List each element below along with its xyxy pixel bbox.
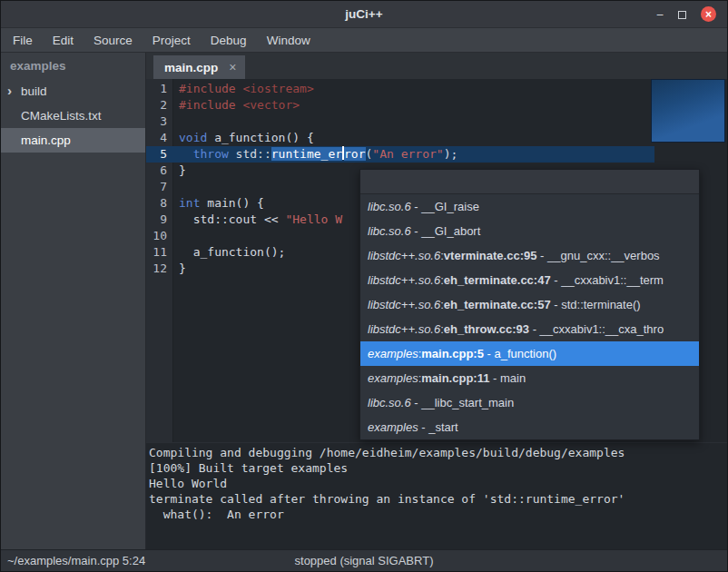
- function-name: std::terminate(): [561, 298, 640, 311]
- code-segment: void: [179, 131, 207, 144]
- chevron-right-icon[interactable]: ›: [7, 83, 12, 98]
- separator: -: [536, 249, 547, 262]
- code-segment: "An error": [372, 147, 443, 161]
- function-name: _start: [428, 420, 458, 434]
- backtrace-item[interactable]: libstdc++.so.6:vterminate.cc:95 - __gnu_…: [360, 243, 699, 268]
- status-file-position: ~/examples/main.cpp 5:24: [1, 554, 145, 567]
- code-text: }: [173, 163, 186, 179]
- file-location: eh_throw.cc:93: [444, 322, 529, 336]
- code-line: 5 throw std::runtime_error("An error");: [146, 146, 727, 163]
- code-text: [173, 179, 179, 195]
- statusbar: stopped (signal SIGABRT) ~/examples/main…: [1, 549, 727, 571]
- backtrace-item[interactable]: examples - _start: [360, 415, 699, 439]
- backtrace-item[interactable]: libc.so.6 - __GI_raise: [360, 194, 699, 219]
- tree-item-build[interactable]: ›build: [1, 79, 145, 104]
- window-title: juCi++: [345, 7, 382, 21]
- highlighted-token: runtime_er: [271, 147, 342, 161]
- code-segment: #include: [179, 82, 236, 95]
- file-tree: ›buildCMakeLists.txtmain.cpp: [1, 79, 145, 153]
- menu-window[interactable]: Window: [257, 28, 320, 52]
- popup-search-input[interactable]: [360, 170, 699, 194]
- code-segment: #include: [179, 98, 236, 112]
- module-name: examples: [368, 371, 418, 385]
- backtrace-list: libc.so.6 - __GI_raiselibc.so.6 - __GI_a…: [360, 194, 699, 439]
- tree-item-main-cpp[interactable]: main.cpp: [1, 128, 145, 153]
- module-name: libc.so.6: [368, 396, 411, 409]
- code-segment: main() {: [200, 196, 263, 210]
- tree-item-label: main.cpp: [21, 133, 71, 147]
- terminal-line: Hello World: [149, 476, 727, 491]
- menu-project[interactable]: Project: [143, 28, 201, 52]
- separator: -: [489, 371, 500, 385]
- function-name: __gnu_cxx::__verbos: [547, 249, 660, 262]
- tree-item-cmakelists-txt[interactable]: CMakeLists.txt: [1, 104, 145, 128]
- menu-edit[interactable]: Edit: [43, 28, 84, 52]
- close-button[interactable]: ×: [701, 6, 716, 22]
- separator: -: [551, 273, 562, 287]
- menu-debug[interactable]: Debug: [201, 28, 257, 52]
- backtrace-item[interactable]: examples:main.cpp:11 - main: [360, 366, 699, 390]
- backtrace-item[interactable]: libstdc++.so.6:eh_terminate.cc:57 - std:…: [360, 292, 699, 317]
- code-text: [173, 113, 179, 130]
- line-number: 11: [146, 244, 173, 261]
- backtrace-item[interactable]: examples:main.cpp:5 - a_function(): [360, 341, 699, 366]
- module-name: libc.so.6: [368, 224, 411, 238]
- code-line: 1#include <iostream>: [146, 81, 727, 97]
- module-name: libstdc++.so.6: [368, 273, 440, 287]
- separator: -: [411, 224, 422, 238]
- tab-main-cpp[interactable]: main.cpp×: [153, 55, 245, 79]
- code-segment: "Hello W: [285, 212, 342, 226]
- menu-file[interactable]: File: [3, 28, 43, 52]
- function-name: __GI_raise: [421, 200, 479, 213]
- sidebar: examples ›buildCMakeLists.txtmain.cpp: [1, 53, 146, 549]
- code-segment: }: [179, 261, 186, 275]
- terminal-line: terminate called after throwing an insta…: [149, 491, 727, 507]
- line-number: 7: [146, 179, 173, 195]
- line-number: 5: [146, 146, 173, 163]
- file-location: eh_terminate.cc:47: [444, 273, 551, 287]
- separator: -: [529, 322, 540, 336]
- line-number: 9: [146, 212, 173, 228]
- separator: -: [411, 396, 422, 409]
- tab-close-icon[interactable]: ×: [229, 60, 236, 74]
- backtrace-item[interactable]: libc.so.6 - __GI_abort: [360, 219, 699, 243]
- main-panel: main.cpp× 1#include <iostream>2#include …: [146, 53, 727, 549]
- code-segment: [179, 147, 193, 161]
- file-location: main.cpp:11: [421, 371, 489, 385]
- code-text: }: [173, 261, 186, 277]
- terminal-line: [100%] Built target examples: [149, 460, 727, 476]
- function-name: __GI_abort: [421, 224, 480, 238]
- backtrace-item[interactable]: libstdc++.so.6:eh_terminate.cc:47 - __cx…: [360, 268, 699, 292]
- code-segment: );: [444, 147, 458, 161]
- line-number: 3: [146, 113, 173, 130]
- terminal-output[interactable]: Compiling and debugging /home/eidheim/ex…: [146, 442, 727, 551]
- terminal-line: what(): An error: [149, 507, 727, 522]
- module-name: libc.so.6: [368, 200, 411, 213]
- line-number: 4: [146, 130, 173, 146]
- line-number: 8: [146, 195, 173, 212]
- code-text: a_function();: [173, 244, 285, 261]
- backtrace-item[interactable]: libc.so.6 - __libc_start_main: [360, 390, 699, 415]
- minimize-button[interactable]: −: [656, 8, 664, 21]
- separator: -: [411, 200, 422, 213]
- backtrace-item[interactable]: libstdc++.so.6:eh_throw.cc:93 - __cxxabi…: [360, 317, 699, 341]
- titlebar[interactable]: juCi++ − ×: [1, 1, 727, 28]
- menu-source[interactable]: Source: [84, 28, 143, 52]
- function-name: __libc_start_main: [421, 396, 514, 409]
- code-segment: <iostream>: [242, 82, 313, 95]
- line-number: 10: [146, 228, 173, 244]
- module-name: libstdc++.so.6: [368, 298, 440, 311]
- minimize-icon: −: [656, 7, 664, 22]
- module-name: libstdc++.so.6: [368, 322, 440, 336]
- project-name-header: examples: [1, 53, 145, 79]
- file-location: eh_terminate.cc:57: [444, 298, 551, 311]
- function-name: __cxxabiv1::__term: [561, 273, 664, 287]
- module-name: examples: [368, 347, 418, 360]
- separator: -: [418, 420, 429, 434]
- code-line: 2#include <vector>: [146, 97, 727, 113]
- unmaximize-button[interactable]: [678, 8, 686, 21]
- code-text: throw std::runtime_error("An error");: [173, 146, 457, 163]
- code-segment: int: [179, 196, 200, 210]
- tab-label: main.cpp: [164, 61, 218, 74]
- app-window: juCi++ − × FileEditSourceProjectDebugWin…: [0, 0, 728, 572]
